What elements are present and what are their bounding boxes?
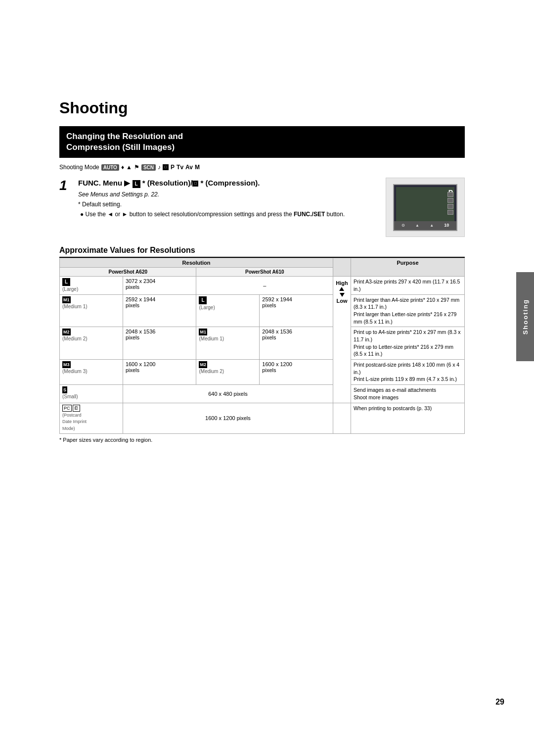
table-row: M3 (Medium 3) 1600 x 1200pixels M2 (Medi… xyxy=(60,360,465,385)
cam-bottom-1: ⊙ xyxy=(401,223,405,228)
row4-a610-label: (Medium 2) xyxy=(199,369,224,374)
resolution-table: Resolution Purpose PowerShot A620 PowerS… xyxy=(59,258,465,433)
row4-a610-icon: M2 (Medium 2) xyxy=(196,360,260,385)
cam-icon-2 xyxy=(447,198,453,203)
step-1-block: 1 P xyxy=(59,178,465,237)
postcard-icon-1: PC xyxy=(62,405,72,412)
row3-a620-res: 2048 x 1536pixels xyxy=(123,327,196,360)
m1-icon-r3: M1 xyxy=(199,329,207,335)
l-icon: L xyxy=(133,180,140,188)
row4-a610-res: 1600 x 1200pixels xyxy=(260,360,333,385)
approx-section: Approximate Values for Resolutions Resol… xyxy=(59,246,465,442)
row5-label: (Small) xyxy=(62,394,78,399)
high-low-cell: High Low xyxy=(333,277,351,403)
step-1-content: P ⊙ ▲ ▲ 10 xyxy=(78,178,465,237)
table-row: M1 (Medium 1) 2592 x 1944pixels L (Large… xyxy=(60,294,465,327)
camera-bottom-bar: ⊙ ▲ ▲ 10 xyxy=(394,221,456,230)
row3-purpose: Print up to A4-size prints* 210 x 297 mm… xyxy=(351,327,465,360)
section-header-line1: Changing the Resolution and xyxy=(66,131,458,142)
mode-square: □ xyxy=(163,164,169,170)
mode-sym4: ♪ xyxy=(158,164,161,171)
mode-tv: Tv xyxy=(177,164,183,171)
shooting-mode-label: Shooting Mode xyxy=(59,164,99,171)
row6-icon: PC 🗓 (PostcardDate ImprintMode) xyxy=(60,403,123,433)
row2-label: (Medium 1) xyxy=(62,304,88,309)
row6-res: 1600 x 1200 pixels xyxy=(123,403,333,433)
row5-res: 640 x 480 pixels xyxy=(123,385,333,403)
table-row: L (Large) 3072 x 2304pixels – High xyxy=(60,277,465,294)
col-purpose: Purpose xyxy=(351,258,465,277)
cam-bottom-3: ▲ xyxy=(430,223,434,228)
row2-purpose: Print larger than A4-size prints* 210 x … xyxy=(351,294,465,327)
row1-icon: L (Large) xyxy=(60,277,123,294)
mode-sym1: ♦ xyxy=(121,164,124,171)
m1-icon: M1 xyxy=(62,296,71,303)
mode-m: M xyxy=(195,164,200,171)
mode-auto: AUTO xyxy=(101,164,119,171)
s-icon: S xyxy=(62,386,67,393)
col-a610: PowerShot A610 xyxy=(196,268,333,277)
row3-a610-label: (Medium 1) xyxy=(199,336,224,341)
row5-icon: S (Small) xyxy=(60,385,123,403)
cam-icon-3 xyxy=(447,204,453,209)
camera-icons-right xyxy=(447,192,453,215)
row3-icon: M2 (Medium 2) xyxy=(60,327,123,360)
approx-title: Approximate Values for Resolutions xyxy=(59,246,465,258)
row2-a620-res: 2592 x 1944pixels xyxy=(123,294,196,327)
m2-icon-r4: M2 xyxy=(199,361,207,368)
row1-label: (Large) xyxy=(62,286,78,292)
cam-num: 10 xyxy=(444,222,449,229)
m2-icon: M2 xyxy=(62,329,71,335)
row3-a610-icon: M1 (Medium 1) xyxy=(196,327,260,360)
camera-image: P ⊙ ▲ ▲ 10 xyxy=(386,178,465,237)
low-area: Low xyxy=(336,292,348,304)
row4-a620-res: 1600 x 1200pixels xyxy=(123,360,196,385)
mode-sym3: ⚑ xyxy=(134,164,139,171)
row3-label: (Medium 2) xyxy=(62,336,88,341)
arrow-up-icon xyxy=(339,287,344,291)
high-text: High xyxy=(336,280,348,286)
row2-a610-label: (Large) xyxy=(199,305,215,310)
square-icon: □ xyxy=(192,181,198,187)
postcard-icons: PC 🗓 xyxy=(62,405,80,412)
m3-icon: M3 xyxy=(62,361,71,368)
page-title: Shooting xyxy=(59,99,465,117)
camera-screen: P ⊙ ▲ ▲ 10 xyxy=(393,184,457,231)
mode-av: Av xyxy=(185,164,193,171)
row2-a610-res: 2592 x 1944pixels xyxy=(260,294,333,327)
table-row: PC 🗓 (PostcardDate ImprintMode) 1600 x 1… xyxy=(60,403,465,433)
l-icon-r2: L xyxy=(199,296,207,304)
row4-purpose: Print postcard-size prints 148 x 100 mm … xyxy=(351,360,465,385)
row6-purpose: When printing to postcards (p. 33) xyxy=(351,403,465,433)
section-header: Changing the Resolution and Compression … xyxy=(59,126,465,158)
row4-icon: M3 (Medium 3) xyxy=(60,360,123,385)
table-row: S (Small) 640 x 480 pixels Send images a… xyxy=(60,385,465,403)
func-set-button: FUNC./SET xyxy=(294,211,325,218)
low-text: Low xyxy=(337,298,348,304)
mode-sym2: ▲ xyxy=(126,164,132,171)
side-tab: Shooting xyxy=(516,272,534,361)
mode-scn: SCN xyxy=(141,164,156,171)
row3-a610-res: 2048 x 1536pixels xyxy=(260,327,333,360)
table-row: M2 (Medium 2) 2048 x 1536pixels M1 (Medi… xyxy=(60,327,465,360)
row1-a620-res: 3072 x 2304pixels xyxy=(123,277,196,294)
mode-p: P xyxy=(171,164,175,171)
row6-highlow xyxy=(333,403,351,433)
section-header-line2: Compression (Still Images) xyxy=(66,142,458,153)
side-tab-label: Shooting xyxy=(522,299,529,334)
cam-icon-4 xyxy=(447,210,453,215)
row1-purpose: Print A3-size prints 297 x 420 mm (11.7 … xyxy=(351,277,465,294)
cam-icon-1 xyxy=(447,192,453,197)
row5-purpose: Send images as e-mail attachmentsShoot m… xyxy=(351,385,465,403)
row1-a610: – xyxy=(196,277,333,294)
step-1-title: P ⊙ ▲ ▲ 10 xyxy=(78,178,465,188)
col-a620: PowerShot A620 xyxy=(60,268,196,277)
arrow-down-icon xyxy=(340,293,345,297)
step-number-1: 1 xyxy=(59,179,70,237)
row2-icon: M1 (Medium 1) xyxy=(60,294,123,327)
col-resolution: Resolution xyxy=(60,258,333,268)
l-large-icon: L xyxy=(62,278,70,286)
col-highlow xyxy=(333,258,351,277)
page-number: 29 xyxy=(495,698,504,707)
high-label: High xyxy=(336,280,348,292)
